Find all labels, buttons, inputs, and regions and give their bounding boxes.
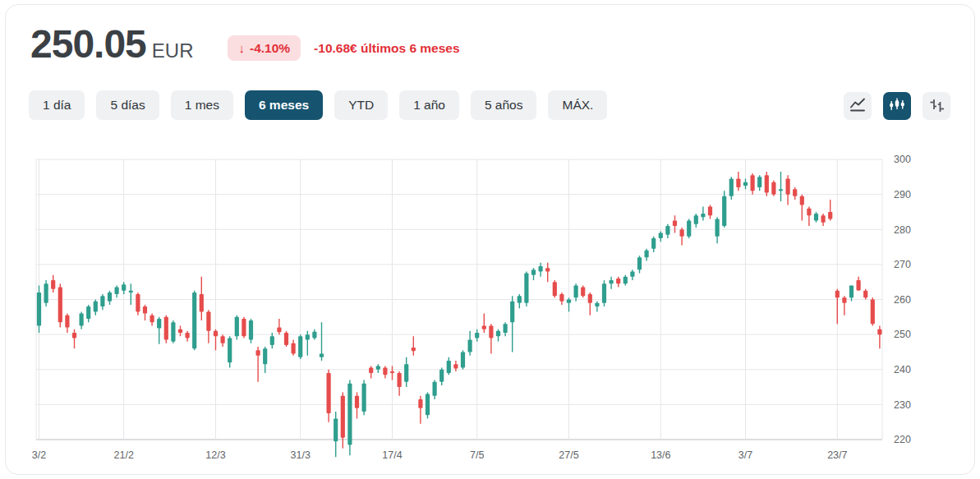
candle-body-up	[757, 177, 761, 187]
candle-body-up	[228, 338, 232, 362]
x-axis-tick-label: 27/5	[559, 449, 578, 461]
candle-body-up	[567, 300, 571, 303]
candle-body-down	[793, 189, 797, 196]
candle-body-up	[461, 352, 465, 367]
candle-body-up	[475, 333, 479, 338]
x-axis-tick-label: 3/7	[738, 449, 752, 461]
y-axis-tick-label: 280	[894, 224, 911, 236]
candle-body-up	[192, 292, 196, 348]
candle-body-up	[630, 271, 634, 276]
candle-body-down	[708, 207, 712, 216]
candle-body-down	[559, 294, 564, 302]
price-chart[interactable]: 2202302402502602702802903003/221/212/331…	[6, 5, 980, 479]
candle-body-down	[214, 331, 218, 336]
candle-body-down	[178, 329, 182, 333]
candle-body-down	[800, 196, 804, 205]
candle-body-up	[539, 266, 543, 271]
y-axis-tick-label: 300	[894, 154, 911, 165]
candle-body-up	[447, 361, 451, 373]
candle-body-down	[136, 294, 140, 311]
y-axis-tick-label: 220	[894, 434, 911, 445]
candle-body-up	[115, 288, 119, 295]
candle-body-down	[412, 348, 416, 351]
candle-body-up	[320, 354, 324, 357]
candle-body-up	[602, 283, 606, 302]
candle-body-up	[504, 324, 508, 333]
candle-body-up	[426, 394, 430, 416]
x-axis-tick-label: 3/2	[32, 449, 46, 461]
candle-body-up	[298, 336, 302, 357]
candle-body-down	[390, 371, 394, 373]
candle-body-down	[863, 291, 867, 298]
x-axis-tick-label: 21/2	[114, 449, 134, 461]
x-axis-tick-label: 7/5	[470, 449, 484, 461]
candle-body-down	[256, 350, 260, 355]
candle-body-up	[108, 292, 112, 302]
y-axis-tick-label: 260	[894, 294, 911, 306]
candle-body-up	[659, 233, 663, 238]
candle-body-down	[51, 280, 55, 289]
candle-body-up	[171, 322, 175, 341]
candle-body-down	[150, 315, 154, 323]
candle-body-down	[736, 178, 740, 187]
y-axis-tick-label: 230	[894, 399, 911, 411]
candle-body-up	[574, 285, 578, 297]
candle-body-down	[616, 279, 620, 283]
candle-body-down	[545, 268, 550, 271]
candle-body-down	[877, 329, 881, 334]
candle-body-up	[645, 251, 649, 258]
candle-body-up	[637, 257, 642, 269]
candle-body-up	[37, 292, 41, 325]
candle-body-down	[418, 399, 422, 408]
x-axis-tick-label: 13/6	[651, 449, 670, 461]
x-axis-tick-label: 12/3	[205, 449, 225, 461]
candle-body-down	[857, 280, 861, 290]
candle-body-down	[383, 368, 387, 375]
candle-body-down	[206, 311, 210, 330]
candle-body-up	[433, 382, 437, 396]
candle-body-up	[347, 384, 352, 445]
candle-body-up	[235, 317, 239, 336]
candle-body-down	[369, 368, 373, 373]
candle-body-up	[468, 340, 472, 352]
candle-body-up	[496, 331, 500, 336]
candle-body-down	[581, 288, 585, 297]
y-axis-tick-label: 290	[894, 189, 911, 200]
candle-body-down	[453, 364, 458, 368]
y-axis-tick-label: 250	[894, 329, 911, 340]
candle-body-up	[518, 296, 522, 303]
candle-body-down	[680, 229, 684, 237]
candle-body-up	[122, 284, 126, 291]
candle-body-up	[157, 319, 161, 329]
candle-body-up	[86, 306, 90, 319]
candle-body-up	[623, 277, 628, 284]
x-axis-tick-label: 23/7	[827, 449, 847, 461]
candle-body-down	[821, 215, 826, 223]
candle-body-up	[306, 334, 310, 339]
candle-body-down	[828, 212, 832, 219]
candle-body-up	[524, 274, 528, 303]
candle-body-up	[404, 364, 408, 381]
candle-body-down	[835, 291, 840, 298]
candle-body-up	[849, 285, 853, 297]
candle-body-up	[439, 370, 444, 382]
candle-body-up	[100, 296, 104, 306]
candle-body-down	[277, 328, 281, 333]
candle-body-up	[715, 219, 720, 236]
candle-body-down	[72, 333, 76, 338]
candle-body-up	[249, 320, 253, 339]
y-axis-tick-label: 240	[894, 364, 911, 375]
candle-body-down	[164, 317, 168, 340]
candle-body-down	[553, 282, 557, 296]
candle-body-up	[334, 418, 338, 441]
candle-body-down	[242, 319, 246, 336]
candle-body-down	[284, 333, 288, 345]
candle-body-down	[765, 175, 769, 192]
candle-body-down	[673, 221, 677, 226]
candle-body-down	[58, 288, 62, 323]
x-axis-tick-label: 31/3	[291, 449, 311, 461]
candle-body-down	[143, 306, 147, 314]
candle-body-up	[376, 366, 380, 369]
candle-body-up	[610, 280, 614, 283]
candle-body-down	[842, 297, 846, 302]
